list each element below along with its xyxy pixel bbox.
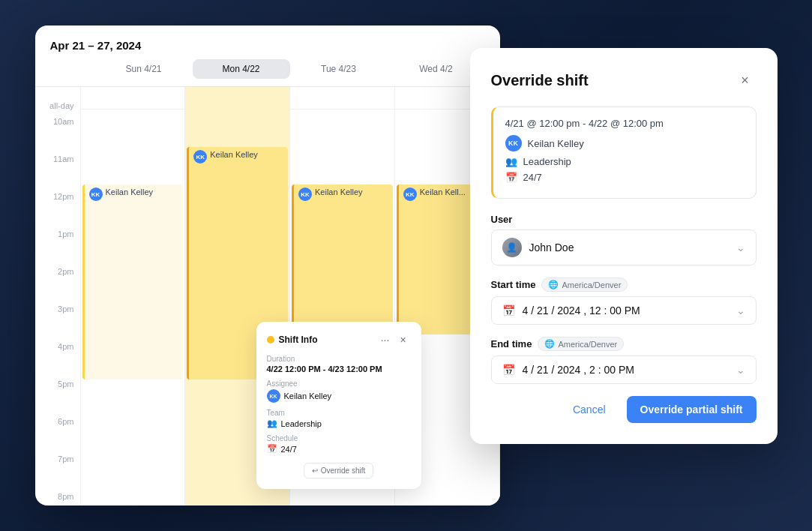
popup-override-icon: ↩: [312, 466, 318, 475]
time-label-3pm: 3pm: [35, 303, 80, 340]
assignee-label: Assignee: [267, 380, 411, 388]
override-partial-button[interactable]: Override partial shift: [627, 396, 757, 423]
shift-info-popup: Shift Info ··· × Duration 4/22 12:00 PM …: [256, 322, 421, 489]
popup-title: Shift Info: [279, 334, 318, 345]
popup-more-button[interactable]: ···: [378, 332, 393, 347]
schedule-value: 24/7: [281, 445, 297, 454]
globe-icon-end: 🌐: [544, 339, 555, 349]
day-header-tue: Tue 4/23: [290, 59, 388, 79]
modal-actions: Cancel Override partial shift: [491, 396, 757, 423]
shift-name-sun: Keilan Kelley: [106, 188, 154, 196]
time-label-5pm: 5pm: [35, 378, 80, 416]
shift-card-team-icon: 👥: [505, 156, 517, 167]
shift-name-tue: Keilan Kelley: [315, 188, 363, 196]
shift-card-person-row: KK Keilan Kelley: [505, 135, 744, 152]
shift-card-schedule-row: 📅 24/7: [505, 172, 744, 183]
time-label-12pm: 12pm: [35, 190, 80, 228]
day-header-mon: Mon 4/22: [193, 59, 290, 79]
schedule-label: Schedule: [267, 434, 411, 442]
avatar-sun: KK: [89, 188, 103, 201]
end-time-label-row: End time 🌐 America/Denver: [491, 337, 757, 351]
user-chevron-icon: ⌄: [736, 242, 745, 254]
start-time-label-row: Start time 🌐 America/Denver: [491, 278, 757, 292]
end-timezone-text: America/Denver: [558, 340, 617, 349]
team-label: Team: [267, 409, 411, 417]
schedule-row: 📅 24/7: [267, 444, 411, 454]
modal-close-button[interactable]: ×: [734, 69, 757, 92]
end-calendar-icon: 📅: [502, 364, 515, 376]
shift-card-schedule-icon: 📅: [505, 172, 517, 183]
cancel-button[interactable]: Cancel: [561, 396, 618, 423]
time-label-allday: all-day: [35, 93, 80, 116]
time-label-4pm: 4pm: [35, 340, 80, 378]
team-icon: 👥: [267, 418, 277, 428]
end-time-selector[interactable]: 📅 4 / 21 / 2024 , 2 : 00 PM ⌄: [491, 356, 757, 384]
time-label-6pm: 6pm: [35, 416, 80, 453]
user-avatar: 👤: [502, 238, 522, 257]
team-name: Leadership: [281, 419, 322, 428]
shift-name-mon: Keilan Kelley: [210, 150, 258, 159]
shift-card-team: Leadership: [523, 156, 571, 167]
start-calendar-icon: 📅: [502, 304, 515, 316]
day-col-sun: KK Keilan Kelley: [81, 87, 186, 506]
popup-close-button[interactable]: ×: [396, 332, 411, 347]
team-row: 👥 Leadership: [267, 418, 411, 428]
modal-header: Override shift ×: [491, 69, 757, 92]
start-timezone-badge: 🌐 America/Denver: [541, 278, 628, 292]
modal-title: Override shift: [491, 72, 589, 89]
avatar-tue: KK: [298, 188, 312, 201]
shift-info-card: 4/21 @ 12:00 pm - 4/22 @ 12:00 pm KK Kei…: [491, 106, 757, 199]
time-label-8pm: 8pm: [35, 490, 80, 506]
time-label-1pm: 1pm: [35, 228, 80, 266]
assignee-avatar: KK: [267, 389, 280, 403]
end-time-value: 4 / 21 / 2024 , 2 : 00 PM: [523, 364, 634, 376]
time-label-7pm: 7pm: [35, 453, 80, 490]
user-label: User: [491, 214, 757, 225]
end-time-label: End time: [491, 338, 532, 350]
avatar-mon: KK: [193, 150, 207, 164]
user-selector[interactable]: 👤 John Doe ⌄: [491, 230, 757, 266]
time-label-11am: 11am: [35, 153, 80, 190]
duration-label: Duration: [267, 355, 411, 363]
start-time-selector[interactable]: 📅 4 / 21 / 2024 , 12 : 00 PM ⌄: [491, 296, 757, 325]
day-header-sun: Sun 4/21: [95, 59, 193, 79]
popup-dot: [267, 336, 274, 344]
shift-card-team-row: 👥 Leadership: [505, 156, 744, 167]
start-time-value: 4 / 21 / 2024 , 12 : 00 PM: [523, 304, 640, 316]
assignee-row: KK Keilan Kelley: [267, 389, 411, 403]
start-timezone-text: America/Denver: [562, 280, 621, 290]
popup-override-button[interactable]: ↩ Override shift: [304, 463, 373, 478]
assignee-name: Keilan Kelley: [284, 392, 332, 400]
shift-card-person: Keilan Kelley: [528, 138, 584, 149]
popup-override-label: Override shift: [321, 466, 365, 475]
time-label-2pm: 2pm: [35, 266, 80, 303]
end-time-chevron-icon: ⌄: [736, 364, 745, 376]
time-label-10am: 10am: [35, 116, 80, 153]
avatar-wed: KK: [403, 188, 417, 201]
start-time-chevron-icon: ⌄: [736, 304, 745, 316]
start-time-label: Start time: [491, 279, 536, 290]
shift-card-avatar: KK: [505, 135, 522, 152]
shift-card-date: 4/21 @ 12:00 pm - 4/22 @ 12:00 pm: [505, 118, 744, 129]
override-modal: Override shift × 4/21 @ 12:00 pm - 4/22 …: [470, 48, 778, 444]
shift-block-sun[interactable]: KK Keilan Kelley: [82, 184, 184, 380]
shift-name-wed: Keilan Kell...: [420, 188, 466, 196]
schedule-icon: 📅: [267, 444, 277, 454]
user-name: John Doe: [529, 242, 574, 254]
end-timezone-badge: 🌐 America/Denver: [538, 337, 624, 351]
shift-card-schedule: 24/7: [523, 172, 542, 183]
calendar-title: Apr 21 – 27, 2024: [50, 39, 485, 52]
globe-icon: 🌐: [548, 280, 559, 290]
duration-value: 4/22 12:00 PM - 4/23 12:00 PM: [267, 364, 411, 374]
